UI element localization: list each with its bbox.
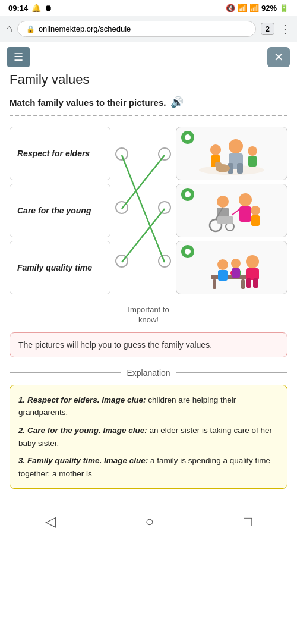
- badge-3: [181, 245, 194, 258]
- more-button[interactable]: ⋮: [279, 22, 291, 36]
- instruction-row: Match family values to their pictures. 🔊: [10, 96, 287, 109]
- svg-rect-39: [232, 268, 240, 278]
- explanation-box: 1. Respect for elders. Image clue: child…: [10, 385, 287, 489]
- svg-rect-35: [253, 278, 258, 288]
- match-area: Respect for elders Care for the young Fa…: [10, 127, 287, 294]
- label-text-3: Family quality time: [17, 262, 92, 273]
- url-bar[interactable]: 🔒 onlinemektep.org/schedule: [17, 21, 256, 37]
- hint-box: The pictures will help you to guess the …: [10, 332, 287, 357]
- battery-display: 92%: [261, 4, 277, 12]
- browser-bar: ⌂ 🔒 onlinemektep.org/schedule 2 ⋮: [0, 16, 297, 42]
- right-circle-3[interactable]: [158, 255, 171, 268]
- svg-point-21: [239, 193, 252, 206]
- left-circle-1[interactable]: [115, 147, 128, 161]
- explanation-label: Explanation: [127, 368, 170, 378]
- page-title: Family values: [10, 72, 287, 87]
- svg-rect-25: [251, 215, 260, 226]
- top-toolbar: ☰ ✕: [0, 42, 297, 72]
- svg-rect-19: [217, 216, 233, 224]
- hint-text: The pictures will help you to guess the …: [18, 340, 212, 350]
- label-box-1: Respect for elders: [10, 127, 110, 180]
- svg-point-8: [210, 144, 221, 155]
- svg-point-24: [251, 206, 260, 215]
- right-circle-2[interactable]: [158, 201, 171, 214]
- label-text-1: Respect for elders: [17, 148, 90, 159]
- home-button[interactable]: ⌂: [6, 23, 12, 35]
- svg-rect-37: [218, 270, 228, 281]
- explanation-line-left: [10, 372, 121, 373]
- explanation-item-3-bold: 3. Family quality time. Image clue:: [18, 456, 148, 465]
- time-display: 09:14: [8, 4, 28, 12]
- tab-badge[interactable]: 2: [261, 23, 274, 35]
- divider-right: [175, 315, 287, 315]
- svg-rect-7: [237, 163, 243, 174]
- status-left: 09:14 🔔 ⏺: [8, 4, 52, 12]
- svg-rect-22: [239, 206, 251, 222]
- svg-rect-26: [211, 275, 247, 279]
- page-content: Family values Match family values to the…: [0, 72, 297, 501]
- wifi-icon: 📶: [238, 4, 247, 12]
- svg-point-15: [217, 196, 229, 208]
- alarm-icon: 🔔: [31, 4, 41, 12]
- explanation-header: Explanation: [10, 368, 287, 378]
- svg-rect-34: [246, 278, 251, 288]
- svg-rect-28: [241, 279, 245, 289]
- battery-icon: 🔋: [279, 4, 289, 12]
- lock-icon: 🔒: [26, 25, 35, 33]
- match-images: [176, 127, 287, 294]
- label-box-3: Family quality time: [10, 241, 110, 294]
- explanation-item-1-bold: 1. Respect for elders. Image clue:: [18, 395, 146, 404]
- explanation-item-2: 2. Care for the young. Image clue: an el…: [18, 424, 279, 450]
- explanation-line-right: [176, 372, 287, 373]
- left-circle-3[interactable]: [115, 255, 128, 268]
- svg-point-10: [248, 146, 257, 156]
- important-label: Important toknow!: [128, 305, 169, 325]
- explanation-item-1: 1. Respect for elders. Image clue: child…: [18, 394, 279, 419]
- signal-icon: 📶: [249, 4, 259, 12]
- svg-rect-11: [248, 156, 257, 167]
- left-circle-2[interactable]: [115, 201, 128, 214]
- svg-point-4: [229, 139, 243, 153]
- svg-point-36: [217, 259, 228, 270]
- mute-icon: 🔇: [226, 4, 235, 12]
- badge-1: [181, 131, 194, 144]
- hamburger-button[interactable]: ☰: [7, 47, 30, 67]
- match-connectors: [110, 127, 176, 294]
- back-button[interactable]: ◁: [45, 513, 56, 530]
- dashed-divider: [10, 115, 287, 116]
- url-text: onlinemektep.org/schedule: [39, 24, 131, 33]
- svg-point-38: [231, 259, 241, 268]
- right-circle-1[interactable]: [158, 147, 171, 161]
- badge-2: [181, 188, 194, 201]
- image-box-2: [176, 184, 287, 237]
- svg-point-14: [215, 162, 219, 167]
- label-box-2: Care for the young: [10, 184, 110, 237]
- svg-point-32: [246, 255, 259, 268]
- nav-bar: ◁ ○ □: [0, 507, 297, 533]
- divider-left: [10, 315, 122, 315]
- image-box-1: [176, 127, 287, 180]
- status-right: 🔇 📶 📶 92% 🔋: [226, 4, 289, 12]
- important-section: Important toknow!: [10, 305, 287, 325]
- record-icon: ⏺: [45, 4, 52, 12]
- close-button[interactable]: ✕: [267, 47, 290, 67]
- status-bar: 09:14 🔔 ⏺ 🔇 📶 📶 92% 🔋: [0, 0, 297, 16]
- explanation-item-2-bold: 2. Care for the young. Image clue:: [18, 426, 147, 435]
- match-labels: Respect for elders Care for the young Fa…: [10, 127, 110, 294]
- svg-rect-27: [213, 279, 216, 289]
- svg-line-23: [232, 209, 239, 215]
- label-text-2: Care for the young: [17, 205, 91, 216]
- image-box-3: [176, 241, 287, 294]
- instruction-text: Match family values to their pictures.: [10, 98, 166, 108]
- home-nav-button[interactable]: ○: [146, 513, 154, 530]
- speaker-icon[interactable]: 🔊: [170, 96, 184, 109]
- recent-button[interactable]: □: [244, 513, 252, 530]
- svg-point-18: [226, 222, 234, 231]
- explanation-item-3: 3. Family quality time. Image clue: a fa…: [18, 454, 279, 480]
